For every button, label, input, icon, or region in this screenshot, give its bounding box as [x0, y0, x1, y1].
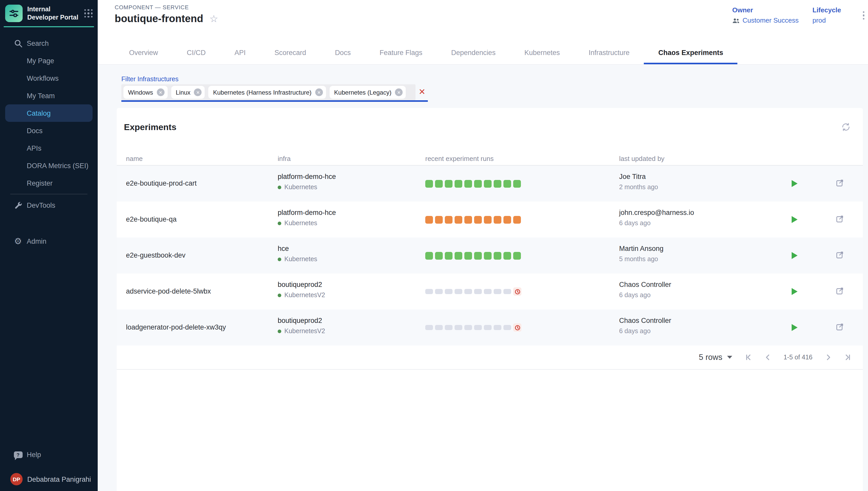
sidebar-item-devtools[interactable]: DevTools [5, 196, 92, 214]
tab-api[interactable]: API [220, 43, 260, 64]
run-tile-success[interactable] [503, 252, 511, 259]
open-experiment-button[interactable] [836, 287, 844, 297]
owner-value[interactable]: Customer Success [732, 17, 799, 24]
tab-infrastructure[interactable]: Infrastructure [574, 43, 644, 64]
favorite-star-icon[interactable]: ☆ [209, 14, 218, 24]
run-tile-pending[interactable] [494, 289, 501, 294]
run-tile-success[interactable] [455, 180, 462, 187]
sidebar-item-search[interactable]: Search [5, 34, 92, 52]
run-tile-warning[interactable] [474, 216, 482, 223]
run-tile-pending[interactable] [484, 289, 492, 294]
run-tile-warning[interactable] [503, 216, 511, 223]
run-tile-pending[interactable] [435, 325, 443, 330]
open-experiment-button[interactable] [836, 251, 844, 261]
sidebar-item-catalog[interactable]: Catalog [5, 104, 92, 122]
sidebar-item-my-team[interactable]: My Team [5, 87, 92, 104]
run-tile-warning[interactable] [513, 216, 521, 223]
run-tile-pending[interactable] [464, 289, 472, 294]
run-tile-pending[interactable] [445, 289, 453, 294]
infrastructure-filter-input[interactable]: Windows✕Linux✕Kubernetes (Harness Infras… [121, 84, 415, 100]
run-tile-success[interactable] [503, 180, 511, 187]
run-tile-success[interactable] [494, 180, 501, 187]
sidebar-item-admin[interactable]: ⚙Admin [5, 232, 92, 250]
run-tile-success[interactable] [435, 252, 443, 259]
run-tile-success[interactable] [484, 180, 492, 187]
tab-docs[interactable]: Docs [321, 43, 365, 64]
chip-remove-icon[interactable]: ✕ [315, 88, 323, 96]
run-tile-warning[interactable] [445, 216, 453, 223]
run-tile-scheduled[interactable] [513, 287, 521, 296]
previous-page-button[interactable] [764, 354, 771, 361]
run-tile-pending[interactable] [503, 325, 511, 330]
run-tile-success[interactable] [455, 252, 462, 259]
run-tile-pending[interactable] [503, 289, 511, 294]
run-tile-pending[interactable] [425, 289, 433, 294]
tab-scorecard[interactable]: Scorecard [260, 43, 321, 64]
clear-filters-icon[interactable]: ✕ [418, 87, 426, 97]
run-tile-success[interactable] [464, 252, 472, 259]
run-tile-warning[interactable] [484, 216, 492, 223]
run-tile-warning[interactable] [494, 216, 501, 223]
rows-per-page-select[interactable]: 5 rows [699, 353, 732, 362]
open-experiment-button[interactable] [836, 179, 844, 189]
run-tile-pending[interactable] [425, 325, 433, 330]
run-tile-warning[interactable] [455, 216, 462, 223]
sidebar-item-workflows[interactable]: Workflows [5, 69, 92, 87]
run-tile-success[interactable] [445, 252, 453, 259]
run-tile-warning[interactable] [464, 216, 472, 223]
run-tile-success[interactable] [494, 252, 501, 259]
tab-dependencies[interactable]: Dependencies [437, 43, 510, 64]
tab-ci-cd[interactable]: CI/CD [173, 43, 220, 64]
idp-logo[interactable] [5, 5, 23, 22]
run-tile-success[interactable] [474, 180, 482, 187]
sidebar-item-dora-metrics-sei[interactable]: DORA Metrics (SEI) [5, 157, 92, 174]
chip-remove-icon[interactable]: ✕ [395, 88, 403, 96]
run-experiment-button[interactable] [791, 179, 798, 190]
chip-remove-icon[interactable]: ✕ [156, 88, 164, 96]
tab-kubernetes[interactable]: Kubernetes [510, 43, 574, 64]
run-tile-pending[interactable] [445, 325, 453, 330]
next-page-button[interactable] [825, 354, 832, 361]
sidebar-item-my-page[interactable]: My Page [5, 52, 92, 69]
tab-overview[interactable]: Overview [115, 43, 173, 64]
more-options-kebab-icon[interactable] [861, 9, 867, 22]
sidebar-item-register[interactable]: Register [5, 174, 92, 192]
first-page-button[interactable] [744, 354, 752, 361]
run-tile-pending[interactable] [455, 289, 462, 294]
run-experiment-button[interactable] [791, 323, 798, 334]
apps-grid-icon[interactable] [84, 9, 92, 18]
run-tile-success[interactable] [474, 252, 482, 259]
run-tile-scheduled[interactable] [513, 323, 521, 331]
sidebar-user[interactable]: DP Debabrata Panigrahi [5, 470, 92, 488]
last-page-button[interactable] [844, 354, 851, 361]
run-tile-warning[interactable] [425, 216, 433, 223]
run-tile-pending[interactable] [474, 289, 482, 294]
owner-link[interactable]: Customer Success [743, 17, 799, 24]
run-tile-success[interactable] [445, 180, 453, 187]
run-tile-success[interactable] [435, 180, 443, 187]
run-experiment-button[interactable] [791, 287, 798, 298]
chip-remove-icon[interactable]: ✕ [194, 88, 202, 96]
run-tile-pending[interactable] [494, 325, 501, 330]
sidebar-item-help[interactable]: ?Help [5, 446, 92, 463]
run-tile-success[interactable] [425, 180, 433, 187]
run-experiment-button[interactable] [791, 252, 798, 262]
run-tile-pending[interactable] [455, 325, 462, 330]
run-tile-success[interactable] [484, 252, 492, 259]
run-tile-warning[interactable] [435, 216, 443, 223]
run-tile-pending[interactable] [464, 325, 472, 330]
sidebar-item-apis[interactable]: APIs [5, 139, 92, 157]
sidebar-item-docs[interactable]: Docs [5, 122, 92, 139]
run-tile-pending[interactable] [435, 289, 443, 294]
tab-chaos-experiments[interactable]: Chaos Experiments [644, 43, 737, 64]
run-tile-success[interactable] [513, 180, 521, 187]
open-experiment-button[interactable] [836, 215, 844, 225]
run-tile-pending[interactable] [474, 325, 482, 330]
tab-feature-flags[interactable]: Feature Flags [365, 43, 437, 64]
run-tile-success[interactable] [513, 252, 521, 259]
run-experiment-button[interactable] [791, 215, 798, 226]
run-tile-success[interactable] [464, 180, 472, 187]
run-tile-success[interactable] [425, 252, 433, 259]
open-experiment-button[interactable] [836, 323, 844, 333]
run-tile-pending[interactable] [484, 325, 492, 330]
